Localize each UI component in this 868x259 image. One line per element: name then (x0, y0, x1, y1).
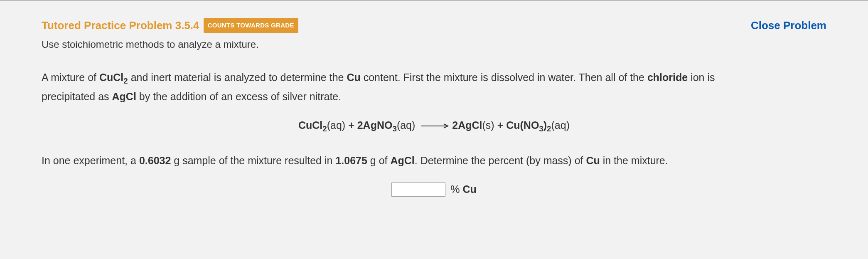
plus: + (345, 119, 357, 131)
term-chloride: chloride (647, 72, 688, 83)
header-row: Tutored Practice Problem 3.5.4 COUNTS TO… (42, 17, 826, 34)
plus: + (494, 119, 507, 131)
answer-row: % Cu (42, 182, 826, 197)
problem-panel: Tutored Practice Problem 3.5.4 COUNTS TO… (0, 0, 868, 259)
title-block: Tutored Practice Problem 3.5.4 COUNTS TO… (42, 17, 298, 34)
text: content. First the mixture is dissolved … (361, 72, 647, 83)
formula-agcl: AgCl (112, 91, 136, 102)
value-agcl-mass: 1.0675 (335, 155, 367, 166)
subscript: 2 (123, 76, 128, 85)
percent-cu-input[interactable] (391, 183, 445, 197)
reactant-1: CuCl2(aq) (298, 119, 345, 131)
text: and inert material is analyzed to determ… (128, 72, 347, 83)
paragraph-2: In one experiment, a 0.6032 g sample of … (42, 152, 732, 170)
formula-agcl: AgCl (390, 155, 414, 166)
formula-cu: Cu (347, 72, 360, 83)
text: g sample of the mixture resulted in (171, 155, 335, 166)
value-sample-mass: 0.6032 (139, 155, 171, 166)
text: in the mixture. (600, 155, 668, 166)
product-1: 2AgCl(s) (452, 119, 494, 131)
product-2: Cu(NO3)2(aq) (506, 119, 570, 131)
text: In one experiment, a (42, 155, 139, 166)
text: . Determine the percent (by mass) of (415, 155, 586, 166)
text: g of (367, 155, 391, 166)
paragraph-1: A mixture of CuCl2 and inert material is… (42, 69, 732, 105)
formula-cucl2: CuCl (99, 72, 123, 83)
problem-subtitle: Use stoichiometric methods to analyze a … (42, 37, 826, 52)
answer-unit-label: % Cu (450, 182, 477, 197)
close-problem-link[interactable]: Close Problem (751, 17, 826, 34)
text: by the addition of an excess of silver n… (136, 91, 341, 102)
formula-cu: Cu (586, 155, 600, 166)
grade-badge: COUNTS TOWARDS GRADE (204, 18, 298, 33)
problem-title: Tutored Practice Problem 3.5.4 (42, 17, 199, 34)
chemical-equation: CuCl2(aq) + 2AgNO3(aq) 2AgCl(s) + Cu(NO3… (42, 118, 826, 135)
text: A mixture of (42, 72, 99, 83)
reactant-2: 2AgNO3(aq) (357, 119, 416, 131)
arrow-icon (421, 118, 450, 133)
